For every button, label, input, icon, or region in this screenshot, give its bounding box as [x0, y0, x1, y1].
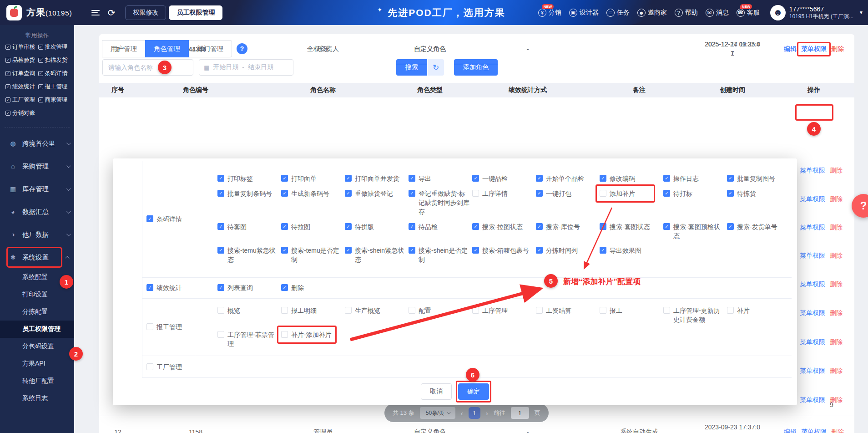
checkbox[interactable] [281, 175, 288, 182]
permission-item[interactable]: 工序详情 [472, 186, 536, 201]
checkbox[interactable] [146, 284, 153, 291]
permission-item[interactable]: 导出效果图 [600, 243, 663, 258]
checkbox[interactable] [600, 247, 606, 254]
menu-permission-link[interactable]: 菜单权限 [800, 309, 825, 317]
permission-group-toggle[interactable]: 条码详情 [146, 212, 182, 226]
sidebar-submenu-item[interactable]: 方果API [0, 355, 74, 372]
permission-item[interactable]: 待打标 [663, 186, 727, 201]
checkbox[interactable] [727, 175, 734, 182]
page-tab[interactable]: 员工权限管理 [169, 5, 222, 20]
prev-page-button[interactable]: ‹ [461, 409, 463, 417]
checkbox[interactable] [217, 175, 224, 182]
permission-item[interactable]: 搜索-库位号 [536, 219, 600, 234]
sidebar-menu-item[interactable]: ◕ 数据汇总 [0, 200, 74, 223]
sidebar-submenu-item[interactable]: 系统日志 [0, 390, 74, 407]
checkbox[interactable] [409, 307, 415, 314]
permission-item[interactable]: 打印面单 [281, 171, 345, 186]
management-tab[interactable]: 角色管理 [145, 40, 189, 57]
delete-link[interactable]: 删除 [830, 224, 843, 232]
checkbox[interactable] [536, 307, 543, 314]
permission-item[interactable]: 报工明细 [281, 303, 345, 318]
checkbox[interactable] [409, 175, 415, 182]
edit-link[interactable]: 编辑 [784, 428, 797, 433]
checkbox[interactable] [345, 247, 352, 254]
delete-link[interactable]: 删除 [830, 367, 843, 375]
page-tab[interactable]: 权限修改 [125, 5, 166, 20]
delete-link[interactable]: 删除 [830, 195, 843, 204]
permission-item[interactable]: 列表查询 [217, 280, 281, 295]
permission-item[interactable]: 待拉图 [281, 219, 345, 234]
permission-item[interactable]: 工资结算 [536, 303, 600, 318]
confirm-button[interactable]: 确定 [458, 383, 489, 400]
checkbox[interactable] [409, 190, 415, 197]
checkbox[interactable] [600, 190, 606, 197]
permission-item[interactable]: 批量复制图号 [727, 171, 791, 186]
checkbox[interactable] [536, 190, 543, 197]
permission-item[interactable]: 搜索-发货单号 [727, 219, 791, 234]
menu-permission-link[interactable]: 菜单权限 [800, 338, 825, 346]
menu-permission-link[interactable]: 菜单权限 [800, 280, 825, 289]
checkbox[interactable] [472, 307, 479, 314]
chevron-down-icon[interactable]: ▼ [859, 10, 863, 15]
checkbox[interactable] [281, 247, 288, 254]
edit-link[interactable]: 编辑 [784, 45, 797, 53]
checkbox[interactable] [281, 190, 288, 197]
menu-permission-link[interactable]: 菜单权限 [801, 428, 827, 433]
checkbox[interactable] [727, 190, 734, 197]
checkbox[interactable] [663, 223, 670, 230]
permission-item[interactable]: 待套图 [217, 219, 281, 234]
designer-icon[interactable]: ▣ 设计器 [569, 9, 599, 17]
checkbox[interactable] [536, 223, 543, 230]
checkbox[interactable] [409, 223, 415, 230]
checkbox[interactable] [281, 223, 288, 230]
permission-item[interactable]: 搜索-拉图状态 [472, 219, 536, 234]
permission-item[interactable]: 删除 [281, 280, 345, 295]
sidebar-menu-item[interactable]: ◑ 他厂数据 [0, 223, 74, 246]
checkbox[interactable] [217, 284, 224, 291]
quick-link[interactable]: ✓ 条码详情 [38, 70, 71, 77]
permission-item[interactable]: 导出 [409, 171, 472, 186]
goto-page-input[interactable] [511, 407, 529, 419]
app-logo[interactable] [6, 5, 22, 20]
cancel-button[interactable]: 取消 [421, 383, 452, 400]
distribution-icon[interactable]: ¥ 分销 NEW [538, 9, 561, 17]
invite-merchant-icon[interactable]: ☻ 邀商家 [637, 9, 667, 17]
message-icon[interactable]: ✉ 消息 [706, 9, 729, 17]
permission-item[interactable]: 待拼版 [345, 219, 409, 234]
menu-permission-link[interactable]: 菜单权限 [800, 195, 825, 204]
sidebar-menu-item[interactable]: ✱ 系统设置 [0, 246, 74, 269]
checkbox[interactable] [146, 363, 153, 370]
help-icon[interactable]: ? 帮助 [675, 9, 698, 17]
quick-link[interactable]: ✓ 订单查询 [5, 70, 38, 77]
quick-link[interactable]: ✓ 品检验货 [5, 56, 38, 64]
checkbox[interactable] [345, 190, 352, 197]
checkbox[interactable] [536, 175, 543, 182]
permission-item[interactable]: 工序管理-菲票管理 [217, 327, 281, 351]
tasks-icon[interactable]: ≣ 任务 [606, 9, 630, 17]
sidebar-submenu-item[interactable]: 分拣配置 [0, 303, 74, 321]
checkbox[interactable] [146, 215, 153, 222]
permission-item[interactable]: 搜索-套图预检状态 [663, 219, 727, 244]
permission-item[interactable]: 搜索-shein紧急状态 [345, 243, 409, 267]
checkbox[interactable] [217, 247, 224, 254]
checkbox[interactable] [345, 307, 352, 314]
checkbox[interactable] [217, 307, 224, 314]
checkbox[interactable] [345, 223, 352, 230]
checkbox[interactable] [345, 175, 352, 182]
permission-item[interactable]: 打印标签 [217, 171, 281, 186]
permission-item[interactable]: 登记重做缺货-标记缺货时同步到库存 [409, 186, 472, 219]
delete-link[interactable]: 删除 [830, 338, 843, 346]
delete-link[interactable]: 删除 [830, 252, 843, 260]
page-size-select[interactable]: 50条/页 [420, 407, 455, 419]
sidebar-submenu-item[interactable]: 转他厂配置 [0, 372, 74, 390]
next-page-button[interactable]: › [486, 409, 488, 417]
permission-item[interactable]: 操作日志 [663, 171, 727, 186]
checkbox[interactable] [217, 223, 224, 230]
quick-link[interactable]: ✓ 报工管理 [38, 83, 71, 91]
permission-item[interactable]: 搜索-shein是否定制 [409, 243, 472, 267]
quick-link[interactable]: ✓ 批次管理 [38, 43, 71, 51]
permission-item[interactable]: 打印面单并发货 [345, 171, 409, 186]
sidebar-menu-item[interactable]: ⌂ 采购管理 [0, 155, 74, 178]
permission-item[interactable]: 一键品检 [472, 171, 536, 186]
checkbox[interactable] [663, 190, 670, 197]
